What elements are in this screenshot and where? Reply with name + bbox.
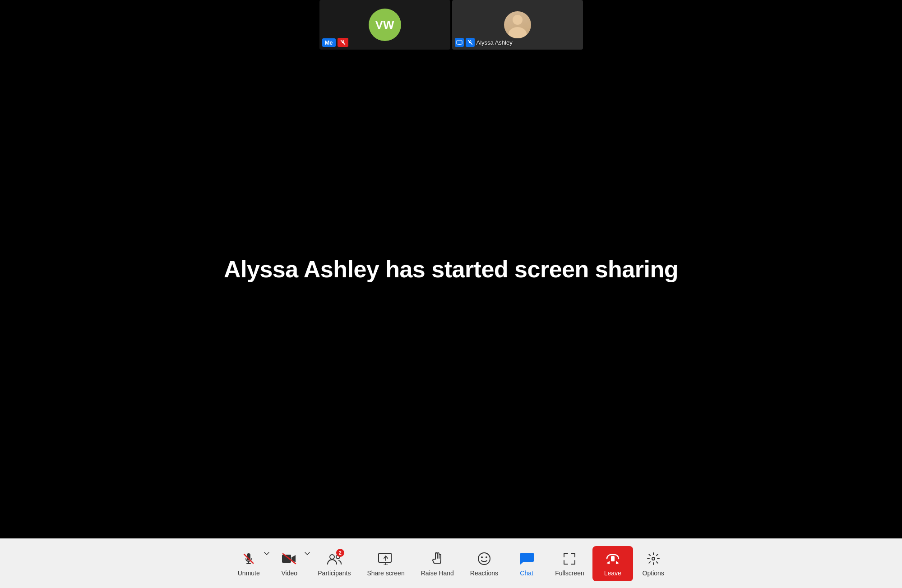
svg-line-4 xyxy=(468,41,472,45)
svg-rect-17 xyxy=(611,556,615,561)
share-screen-icon xyxy=(378,551,394,567)
thumbnails-container: VW Me xyxy=(319,0,583,50)
screen-sharing-message: Alyssa Ashley has started screen sharing xyxy=(224,256,678,283)
reactions-label: Reactions xyxy=(470,570,498,577)
participants-icon: 2 xyxy=(326,551,342,567)
avatar-me: VW xyxy=(369,9,401,41)
thumbnail-alyssa[interactable]: Alyssa Ashley xyxy=(452,0,583,50)
svg-point-16 xyxy=(486,556,487,558)
options-icon xyxy=(645,551,661,567)
participants-badge: 2 xyxy=(336,549,344,557)
unmute-icon xyxy=(241,551,257,567)
alyssa-labels: Alyssa Ashley xyxy=(455,38,513,47)
avatar-alyssa xyxy=(504,11,531,38)
svg-point-15 xyxy=(481,556,483,558)
svg-rect-1 xyxy=(457,41,462,44)
fullscreen-button[interactable]: Fullscreen xyxy=(547,545,592,582)
chat-button[interactable]: Chat xyxy=(506,545,547,582)
share-screen-label: Share screen xyxy=(367,570,404,577)
share-screen-button[interactable]: Share screen xyxy=(359,545,412,582)
reactions-button[interactable]: Reactions xyxy=(462,545,506,582)
main-video-area: VW Me xyxy=(0,0,902,538)
raise-hand-icon xyxy=(429,551,445,567)
raise-hand-button[interactable]: Raise Hand xyxy=(413,545,462,582)
participants-label: Participants xyxy=(318,570,351,577)
leave-icon xyxy=(605,551,621,567)
svg-line-0 xyxy=(341,41,345,45)
screen-share-badge xyxy=(455,38,464,47)
video-label: Video xyxy=(281,570,297,577)
svg-point-10 xyxy=(330,555,334,559)
me-badge: Me xyxy=(322,38,336,47)
alyssa-muted-badge xyxy=(466,38,475,47)
video-button[interactable]: Video xyxy=(269,545,310,582)
toolbar: Unmute Video xyxy=(0,538,902,588)
svg-point-14 xyxy=(478,553,490,565)
thumbnail-me[interactable]: VW Me xyxy=(319,0,450,50)
reactions-icon xyxy=(476,551,492,567)
leave-label: Leave xyxy=(604,570,621,577)
fullscreen-icon xyxy=(561,551,578,567)
participants-button[interactable]: 2 Participants xyxy=(310,545,359,582)
muted-badge xyxy=(338,38,348,47)
video-icon xyxy=(281,551,297,567)
unmute-button[interactable]: Unmute xyxy=(228,545,269,582)
alyssa-name: Alyssa Ashley xyxy=(476,39,513,46)
options-button[interactable]: Options xyxy=(633,545,674,582)
options-label: Options xyxy=(643,570,664,577)
unmute-label: Unmute xyxy=(238,570,260,577)
svg-point-18 xyxy=(652,557,655,560)
leave-button[interactable]: Leave xyxy=(592,546,633,581)
chat-label: Chat xyxy=(520,570,533,577)
raise-hand-label: Raise Hand xyxy=(421,570,454,577)
fullscreen-label: Fullscreen xyxy=(555,570,584,577)
chat-icon xyxy=(518,551,535,567)
thumbnail-me-labels: Me xyxy=(322,38,348,47)
